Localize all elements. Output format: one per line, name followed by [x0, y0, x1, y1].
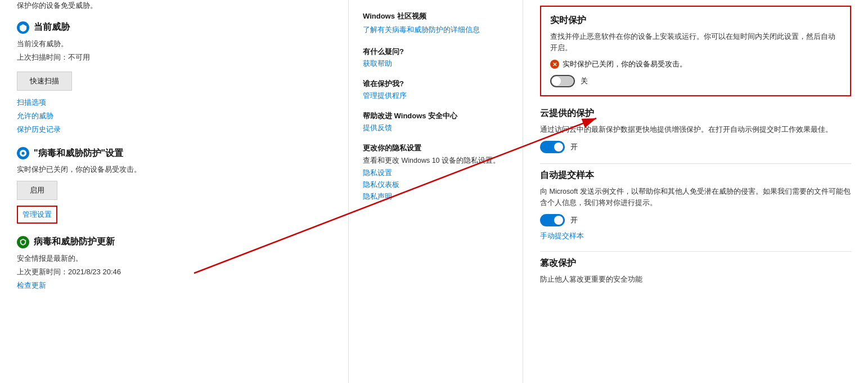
allowed-threats-link[interactable]: 允许的威胁: [17, 111, 331, 121]
community-title: Windows 社区视频: [363, 11, 509, 21]
settings-icon: [17, 147, 29, 159]
who-protects-section: 谁在保护我? 管理提供程序: [363, 79, 509, 101]
cloud-title: 云提供的保护: [540, 108, 851, 119]
realtime-toggle-row: 关: [550, 75, 841, 87]
toggle-knob: [552, 77, 561, 86]
current-threat-title: 当前威胁: [34, 21, 70, 33]
privacy-title: 更改你的隐私设置: [363, 143, 509, 153]
update-desc1: 安全情报是最新的。: [17, 253, 331, 265]
manage-providers-link[interactable]: 管理提供程序: [363, 91, 509, 101]
cloud-protection-section: 云提供的保护 通过访问云中的最新保护数据更快地提供增强保护。在打开自动示例提交时…: [540, 108, 851, 153]
realtime-toggle[interactable]: [550, 75, 575, 87]
update-header: 病毒和威胁防护更新: [17, 236, 331, 248]
divider-1: [540, 163, 851, 164]
privacy-settings-link[interactable]: 隐私设置: [363, 168, 509, 178]
auto-submit-section: 自动提交样本 向 Microsoft 发送示例文件，以帮助你和其他人免受潜在威胁…: [540, 170, 851, 241]
virus-settings-section: "病毒和威胁防护"设置 实时保护已关闭，你的设备易受攻击。 启用 管理设置: [17, 147, 331, 224]
realtime-protection-box: 实时保护 查找并停止恶意软件在你的设备上安装或运行。你可以在短时间内关闭此设置，…: [540, 6, 851, 96]
enable-button[interactable]: 启用: [17, 181, 57, 200]
tamper-title: 篡改保护: [540, 257, 851, 269]
protection-history-link[interactable]: 保护历史记录: [17, 124, 331, 135]
privacy-desc: 查看和更改 Windows 10 设备的隐私设置。: [363, 155, 509, 166]
question-section: 有什么疑问? 获取帮助: [363, 47, 509, 69]
settings-header: "病毒和威胁防护"设置: [17, 147, 331, 159]
divider-2: [540, 251, 851, 252]
update-section: 病毒和威胁防护更新 安全情报是最新的。 上次更新时间：2021/8/23 20:…: [17, 236, 331, 291]
community-section: Windows 社区视频 了解有关病毒和威胁防护的详细信息: [363, 11, 509, 35]
update-icon: [17, 236, 29, 248]
realtime-warning-row: 实时保护已关闭，你的设备易受攻击。: [550, 59, 841, 69]
middle-panel: Windows 社区视频 了解有关病毒和威胁防护的详细信息 有什么疑问? 获取帮…: [349, 0, 523, 383]
realtime-desc: 查找并停止恶意软件在你的设备上安装或运行。你可以在短时间内关闭此设置，然后自动开…: [550, 31, 841, 54]
settings-title: "病毒和威胁防护"设置: [34, 148, 123, 159]
privacy-section: 更改你的隐私设置 查看和更改 Windows 10 设备的隐私设置。 隐私设置 …: [363, 143, 509, 202]
no-threat-text: 当前没有威胁。: [17, 38, 331, 50]
warning-icon: [550, 60, 559, 69]
manual-submit-link[interactable]: 手动提交样本: [540, 231, 851, 241]
realtime-warning-text: 实时保护已关闭，你的设备易受攻击。: [563, 59, 687, 69]
privacy-dashboard-link[interactable]: 隐私仪表板: [363, 180, 509, 190]
auto-submit-toggle-label: 开: [570, 215, 578, 225]
cloud-toggle[interactable]: [540, 141, 565, 153]
auto-submit-toggle-row: 开: [540, 214, 851, 226]
settings-desc: 实时保护已关闭，你的设备易受攻击。: [17, 164, 331, 175]
who-protects-title: 谁在保护我?: [363, 79, 509, 89]
tamper-desc: 防止他人篡改更重要的安全功能: [540, 274, 851, 285]
quick-scan-button[interactable]: 快速扫描: [17, 72, 72, 91]
manage-settings-link[interactable]: 管理设置: [17, 206, 57, 224]
question-title: 有什么疑问?: [363, 47, 509, 57]
privacy-statement-link[interactable]: 隐私声明: [363, 192, 509, 202]
community-link[interactable]: 了解有关病毒和威胁防护的详细信息: [363, 25, 509, 35]
current-threat-header: 当前威胁: [17, 21, 331, 34]
auto-submit-title: 自动提交样本: [540, 170, 851, 181]
auto-submit-toggle[interactable]: [540, 214, 565, 226]
cloud-toggle-label: 开: [570, 142, 578, 152]
help-improve-section: 帮助改进 Windows 安全中心 提供反馈: [363, 111, 509, 133]
page-wrapper: 保护你的设备免受威胁。 当前威胁 当前没有威胁。 上次扫描时间：不可用 快速扫描…: [0, 0, 868, 383]
check-updates-link[interactable]: 检查更新: [17, 280, 331, 291]
tamper-section: 篡改保护 防止他人篡改更重要的安全功能: [540, 257, 851, 285]
realtime-toggle-label: 关: [581, 76, 588, 86]
top-protection-text: 保护你的设备免受威胁。: [17, 0, 331, 11]
cloud-toggle-row: 开: [540, 141, 851, 153]
realtime-title: 实时保护: [550, 15, 841, 26]
scan-options-link[interactable]: 扫描选项: [17, 97, 331, 108]
update-title: 病毒和威胁防护更新: [34, 236, 115, 248]
right-panel: 实时保护 查找并停止恶意软件在你的设备上安装或运行。你可以在短时间内关闭此设置，…: [523, 0, 868, 383]
cloud-toggle-knob: [554, 142, 563, 152]
left-panel: 保护你的设备免受威胁。 当前威胁 当前没有威胁。 上次扫描时间：不可用 快速扫描…: [0, 0, 349, 383]
cloud-desc: 通过访问云中的最新保护数据更快地提供增强保护。在打开自动示例提交时工作效果最佳。: [540, 124, 851, 135]
auto-submit-knob: [554, 216, 563, 225]
help-improve-title: 帮助改进 Windows 安全中心: [363, 111, 509, 121]
feedback-link[interactable]: 提供反馈: [363, 123, 509, 133]
get-help-link[interactable]: 获取帮助: [363, 59, 509, 69]
update-time: 上次更新时间：2021/8/23 20:46: [17, 266, 331, 278]
auto-submit-desc: 向 Microsoft 发送示例文件，以帮助你和其他人免受潜在威胁的侵害。如果我…: [540, 186, 851, 208]
threat-icon: [17, 21, 29, 34]
last-scan-text: 上次扫描时间：不可用: [17, 52, 331, 64]
